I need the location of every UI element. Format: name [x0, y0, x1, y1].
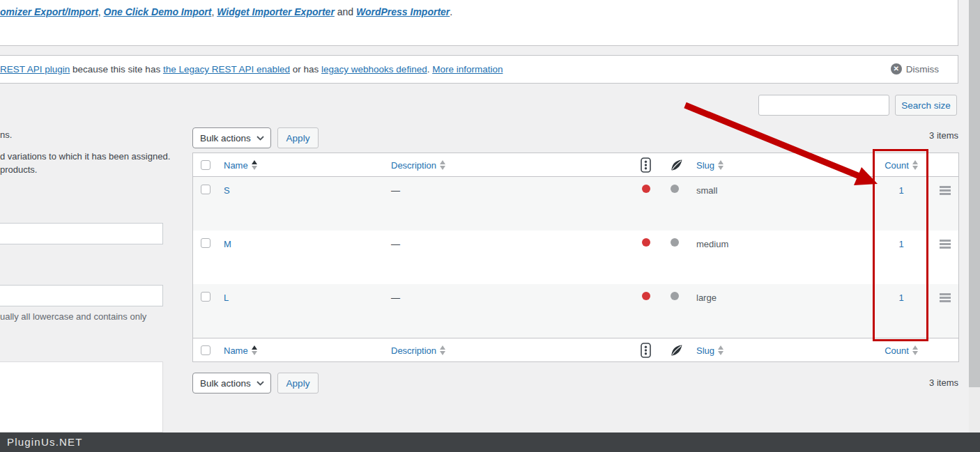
- sort-arrows-icon: [912, 345, 918, 355]
- row-drag-handle-icon[interactable]: [940, 186, 951, 196]
- bulk-actions-label: Bulk actions: [200, 378, 251, 389]
- table-row: L — large 1: [193, 284, 958, 338]
- table-footer-row: Name Description Slug Count: [193, 338, 958, 361]
- select-all-checkbox[interactable]: [201, 160, 210, 170]
- attribute-terms-table: Name Description Slug Count: [192, 153, 959, 362]
- feather-column-icon: [670, 343, 683, 357]
- column-header-description[interactable]: Description: [391, 153, 445, 177]
- term-description: —: [391, 239, 400, 249]
- rest-api-plugin-link[interactable]: REST API plugin: [0, 64, 70, 75]
- search-input[interactable]: [758, 95, 889, 116]
- status-grey-toggle[interactable]: [671, 185, 679, 193]
- term-slug: medium: [696, 239, 728, 249]
- feather-column-icon: [670, 158, 683, 172]
- term-slug: large: [696, 293, 717, 303]
- sort-arrows-icon: [252, 160, 257, 170]
- widget-importer-exporter-link[interactable]: Widget Importer Exporter: [217, 6, 335, 17]
- term-name-link[interactable]: L: [224, 293, 229, 303]
- sort-arrows-icon: [440, 160, 445, 170]
- bulk-actions-select-top[interactable]: Bulk actions: [192, 127, 271, 148]
- search-size-button[interactable]: Search size: [895, 95, 957, 116]
- status-red-toggle[interactable]: [642, 238, 650, 247]
- column-header-count[interactable]: Count: [859, 153, 943, 177]
- row-checkbox[interactable]: [201, 238, 210, 248]
- row-checkbox[interactable]: [201, 292, 210, 302]
- footer-bar: PluginUs.NET: [0, 432, 980, 452]
- row-drag-handle-icon[interactable]: [940, 240, 951, 250]
- more-information-link[interactable]: More information: [432, 64, 503, 75]
- admin-page: omizer Export/Import, One Click Demo Imp…: [0, 0, 980, 452]
- term-count-link[interactable]: 1: [898, 185, 903, 196]
- column-header-slug[interactable]: Slug: [696, 153, 723, 177]
- status-red-toggle[interactable]: [642, 292, 650, 300]
- apply-button-top[interactable]: Apply: [277, 127, 319, 148]
- bulk-actions-label: Bulk actions: [200, 133, 251, 143]
- sidebar-help-fragment: ns.: [0, 130, 12, 140]
- sort-arrows-icon: [718, 160, 723, 170]
- select-all-checkbox[interactable]: [201, 345, 210, 355]
- dismiss-x-icon: ✕: [891, 63, 902, 75]
- table-header-row: Name Description Slug Count: [193, 153, 958, 177]
- term-count-link[interactable]: 1: [898, 293, 903, 303]
- sort-arrows-icon: [440, 345, 445, 355]
- wordpress-importer-link[interactable]: WordPress Importer: [356, 6, 450, 17]
- legacy-rest-api-enabled-link[interactable]: the Legacy REST API enabled: [163, 64, 290, 75]
- legacy-webhooks-defined-link[interactable]: legacy webhooks defined: [321, 64, 427, 75]
- sort-arrows-icon: [718, 345, 723, 355]
- column-header-description[interactable]: Description: [391, 338, 445, 362]
- sidebar-white-panel: [0, 361, 163, 432]
- importer-plugins-box: omizer Export/Import, One Click Demo Imp…: [0, 0, 958, 46]
- notice-text: REST API plugin because this site has th…: [0, 64, 503, 75]
- column-header-count[interactable]: Count: [859, 338, 943, 362]
- sort-arrows-icon: [252, 345, 257, 355]
- column-header-name[interactable]: Name: [224, 153, 257, 177]
- slug-help-fragment: ually all lowercase and contains only: [0, 311, 146, 322]
- status-grey-toggle[interactable]: [671, 238, 679, 247]
- chevron-down-icon: [257, 136, 264, 141]
- dismiss-label: Dismiss: [906, 64, 939, 75]
- customizer-export-import-link[interactable]: omizer Export/Import: [0, 6, 98, 17]
- column-header-name[interactable]: Name: [224, 338, 257, 362]
- sort-arrows-icon: [912, 160, 918, 170]
- term-description: —: [391, 293, 400, 303]
- items-count-top: 3 items: [929, 130, 958, 141]
- row-drag-handle-icon[interactable]: [940, 293, 951, 304]
- vertical-scrollbar-track: [969, 387, 980, 432]
- one-click-demo-import-link[interactable]: One Click Demo Import: [104, 6, 212, 17]
- column-header-slug[interactable]: Slug: [696, 338, 723, 362]
- table-row: M — medium 1: [193, 231, 958, 284]
- legacy-rest-api-notice: REST API plugin because this site has th…: [0, 55, 958, 84]
- term-slug: small: [696, 185, 717, 196]
- row-checkbox[interactable]: [201, 185, 210, 194]
- term-name-link[interactable]: M: [224, 239, 231, 249]
- vertical-scrollbar-thumb[interactable]: [969, 0, 980, 387]
- status-red-toggle[interactable]: [642, 185, 650, 193]
- apply-button-bottom[interactable]: Apply: [277, 373, 319, 393]
- bulk-actions-select-bottom[interactable]: Bulk actions: [192, 373, 271, 393]
- status-grey-toggle[interactable]: [671, 292, 679, 300]
- sidebar-help-fragment: d variations to which it has been assign…: [0, 151, 170, 162]
- footer-brand: PluginUs.NET: [7, 436, 83, 448]
- term-count-link[interactable]: 1: [898, 239, 903, 249]
- term-description: —: [391, 185, 400, 196]
- add-term-slug-input[interactable]: [0, 285, 163, 306]
- chevron-down-icon: [257, 381, 264, 386]
- status-toggle-column-icon: [641, 157, 651, 173]
- items-count-bottom: 3 items: [929, 377, 958, 388]
- table-row: S — small 1: [193, 177, 958, 231]
- importer-plugins-text: omizer Export/Import, One Click Demo Imp…: [0, 6, 452, 17]
- sidebar-help-fragment: products.: [0, 164, 37, 175]
- add-term-name-input[interactable]: [0, 223, 163, 244]
- term-name-link[interactable]: S: [224, 185, 230, 196]
- status-toggle-column-icon: [641, 343, 651, 358]
- dismiss-button[interactable]: ✕ Dismiss: [891, 63, 939, 75]
